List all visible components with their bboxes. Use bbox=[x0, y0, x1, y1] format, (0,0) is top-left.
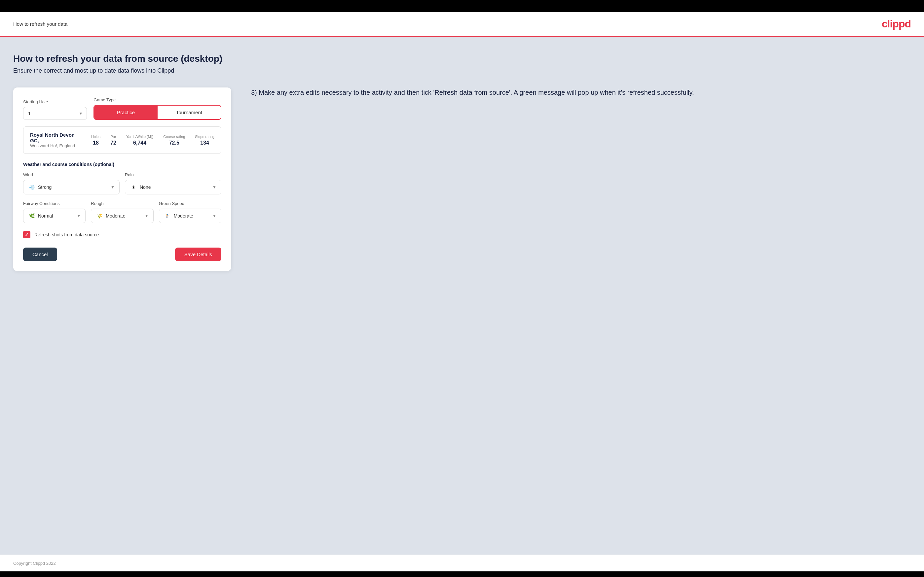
fairway-label: Fairway Conditions bbox=[23, 201, 86, 206]
logo: clippd bbox=[882, 18, 911, 30]
form-card: Starting Hole 1 10 ▼ Game Type Practice … bbox=[13, 87, 231, 271]
yards-stat: Yards/White (M)) 6,744 bbox=[126, 135, 153, 146]
green-speed-icon: 🏌 bbox=[164, 212, 171, 219]
header: How to refresh your data clippd bbox=[0, 12, 924, 37]
course-stats: Holes 18 Par 72 Yards/White (M)) 6,744 C… bbox=[91, 135, 215, 146]
course-rating-label: Course rating bbox=[163, 135, 185, 139]
course-name-block: Royal North Devon GC, Westward Ho!, Engl… bbox=[30, 132, 84, 148]
header-title: How to refresh your data bbox=[13, 21, 68, 27]
refresh-checkbox-label: Refresh shots from data source bbox=[34, 232, 99, 237]
green-speed-group: Green Speed 🏌 Moderate ▼ bbox=[159, 201, 221, 223]
wind-dropdown[interactable]: 💨 Strong ▼ bbox=[23, 180, 120, 194]
practice-button[interactable]: Practice bbox=[94, 106, 157, 119]
slope-rating-label: Slope rating bbox=[195, 135, 215, 139]
starting-hole-row: Starting Hole 1 10 ▼ Game Type Practice … bbox=[23, 97, 221, 120]
wind-label: Wind bbox=[23, 172, 120, 177]
rain-label: Rain bbox=[125, 172, 221, 177]
rough-value: Moderate bbox=[106, 213, 142, 219]
top-bar bbox=[0, 0, 924, 12]
side-text: 3) Make any extra edits necessary to the… bbox=[251, 87, 911, 97]
fairway-group: Fairway Conditions 🌿 Normal ▼ bbox=[23, 201, 86, 223]
holes-label: Holes bbox=[91, 135, 100, 139]
starting-hole-select[interactable]: 1 10 bbox=[28, 111, 82, 116]
game-type-label: Game Type bbox=[94, 97, 221, 102]
green-speed-dropdown[interactable]: 🏌 Moderate ▼ bbox=[159, 209, 221, 223]
rain-value: None bbox=[140, 185, 210, 190]
rain-group: Rain ☀ None ▼ bbox=[125, 172, 221, 194]
rain-dropdown[interactable]: ☀ None ▼ bbox=[125, 180, 221, 194]
slope-rating-stat: Slope rating 134 bbox=[195, 135, 215, 146]
green-speed-label: Green Speed bbox=[159, 201, 221, 206]
rain-icon: ☀ bbox=[130, 184, 137, 191]
fairway-dropdown[interactable]: 🌿 Normal ▼ bbox=[23, 209, 86, 223]
footer: Copyright Clippd 2022 bbox=[0, 554, 924, 571]
starting-hole-group: Starting Hole 1 10 ▼ bbox=[23, 99, 87, 120]
green-speed-chevron-icon: ▼ bbox=[212, 214, 216, 218]
wind-group: Wind 💨 Strong ▼ bbox=[23, 172, 120, 194]
starting-hole-label: Starting Hole bbox=[23, 99, 87, 104]
rough-icon: 🌾 bbox=[96, 212, 103, 219]
rough-dropdown[interactable]: 🌾 Moderate ▼ bbox=[91, 209, 153, 223]
checkmark-icon: ✓ bbox=[25, 232, 29, 237]
footer-copyright: Copyright Clippd 2022 bbox=[13, 561, 56, 566]
par-value: 72 bbox=[110, 140, 116, 145]
save-button[interactable]: Save Details bbox=[175, 248, 221, 261]
refresh-checkbox-row: ✓ Refresh shots from data source bbox=[23, 231, 221, 239]
cancel-button[interactable]: Cancel bbox=[23, 248, 57, 261]
par-label: Par bbox=[110, 135, 116, 139]
conditions-row: Fairway Conditions 🌿 Normal ▼ Rough 🌾 Mo… bbox=[23, 201, 221, 223]
page-title: How to refresh your data from source (de… bbox=[13, 53, 911, 64]
page-subtitle: Ensure the correct and most up to date d… bbox=[13, 67, 911, 74]
slope-rating-value: 134 bbox=[200, 140, 209, 145]
button-row: Cancel Save Details bbox=[23, 248, 221, 261]
weather-section-title: Weather and course conditions (optional) bbox=[23, 162, 221, 167]
fairway-chevron-icon: ▼ bbox=[77, 214, 81, 218]
par-stat: Par 72 bbox=[110, 135, 116, 146]
main-content: How to refresh your data from source (de… bbox=[0, 37, 924, 554]
side-description: 3) Make any extra edits necessary to the… bbox=[251, 87, 911, 97]
game-type-group: Game Type Practice Tournament bbox=[94, 97, 221, 120]
tournament-button[interactable]: Tournament bbox=[158, 106, 221, 119]
refresh-checkbox[interactable]: ✓ bbox=[23, 231, 31, 239]
rough-group: Rough 🌾 Moderate ▼ bbox=[91, 201, 153, 223]
yards-value: 6,744 bbox=[133, 140, 146, 145]
course-info-box: Royal North Devon GC, Westward Ho!, Engl… bbox=[23, 126, 221, 154]
game-type-buttons: Practice Tournament bbox=[94, 105, 221, 120]
course-rating-stat: Course rating 72.5 bbox=[163, 135, 185, 146]
holes-stat: Holes 18 bbox=[91, 135, 100, 146]
rough-chevron-icon: ▼ bbox=[145, 214, 149, 218]
course-name: Royal North Devon GC, bbox=[30, 132, 84, 143]
wind-icon: 💨 bbox=[28, 184, 36, 191]
holes-value: 18 bbox=[93, 140, 99, 145]
rough-label: Rough bbox=[91, 201, 153, 206]
starting-hole-select-wrapper[interactable]: 1 10 ▼ bbox=[23, 107, 87, 120]
wind-chevron-icon: ▼ bbox=[111, 185, 115, 190]
rain-chevron-icon: ▼ bbox=[212, 185, 216, 190]
wind-value: Strong bbox=[38, 185, 108, 190]
course-location: Westward Ho!, England bbox=[30, 143, 84, 148]
fairway-value: Normal bbox=[38, 213, 74, 219]
fairway-icon: 🌿 bbox=[28, 212, 36, 219]
green-speed-value: Moderate bbox=[174, 213, 210, 219]
yards-label: Yards/White (M)) bbox=[126, 135, 153, 139]
wind-rain-row: Wind 💨 Strong ▼ Rain ☀ None ▼ bbox=[23, 172, 221, 194]
course-rating-value: 72.5 bbox=[169, 140, 179, 145]
content-layout: Starting Hole 1 10 ▼ Game Type Practice … bbox=[13, 87, 911, 271]
